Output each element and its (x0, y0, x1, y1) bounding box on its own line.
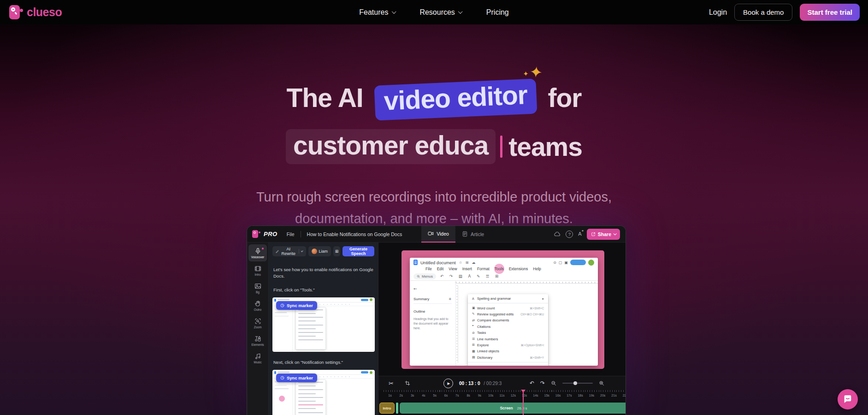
ruler-tick-label: 19s (589, 394, 594, 397)
voice-select-button[interactable]: Liam (308, 246, 331, 256)
sync-thumbnail-2[interactable]: Sync marker (272, 370, 375, 415)
ruler-tick-label: 5s (433, 394, 436, 397)
docs-menu-insert[interactable]: Insert (462, 267, 472, 271)
ruler-tick-label: 21s (611, 394, 616, 397)
nav-item-features[interactable]: Features (359, 8, 395, 17)
timecode: 00 : 13 : 0 / 00:29:3 (459, 381, 502, 386)
sidebar-item-voiceover[interactable]: Voiceover (248, 244, 267, 261)
menu-item-citations[interactable]: ❞Citations (468, 324, 548, 330)
help-icon[interactable]: ? (566, 231, 573, 238)
nav-item-resources[interactable]: Resources (419, 8, 461, 17)
language-settings-button[interactable]: ⊞ (333, 246, 340, 256)
docs-menu-tools[interactable]: Tools (495, 267, 504, 271)
docs-menu-format[interactable]: Format (477, 267, 490, 271)
script-paragraph[interactable]: First, click on "Tools." (273, 287, 373, 293)
menu-item-line-numbers[interactable]: ☰Line numbers (468, 336, 548, 342)
redo-icon[interactable]: ↷ (540, 380, 545, 386)
ruler-tick-label: 1s (388, 394, 391, 397)
menu-item-word-count[interactable]: ▣Word count⌘+Shift+C (468, 305, 548, 311)
menu-item-spelling-and-grammar[interactable]: ASpelling and grammar▸ (468, 296, 548, 302)
docs-left-panel: ← Summary + Outline Headings that you ad… (410, 281, 456, 366)
preview-column: Untitled document ☆ ⊞ ☁ ⊙ ▢ ▣ FileEditVi… (378, 243, 626, 415)
ruler-tick-label: 8s (466, 394, 470, 397)
timeline-zoom-slider[interactable] (562, 383, 593, 384)
timeline: 1s2s3s4s5s6s7s8s9s10s11s12s13s14s15s16s1… (378, 390, 626, 415)
file-menu[interactable]: File (287, 231, 295, 237)
sidebar-item-music[interactable]: Music (248, 350, 267, 367)
slider-knob[interactable] (573, 381, 577, 385)
docs-menu-edit[interactable]: Edit (437, 267, 444, 271)
nav-item-pricing[interactable]: Pricing (486, 8, 509, 17)
docs-menu-file[interactable]: File (425, 267, 432, 271)
clock-icon (280, 376, 284, 380)
nav-links: Features Resources Pricing (359, 8, 509, 17)
sidebar-item-zoom[interactable]: Zoom (248, 314, 267, 332)
script-paragraph[interactable]: Next, click on "Notification settings." (273, 359, 373, 366)
docs-menubar: FileEditViewInsertFormatToolsExtensionsH… (410, 266, 598, 272)
translate-icon[interactable]: A✦ (578, 231, 582, 237)
sync-marker-badge[interactable]: Sync marker (276, 374, 317, 382)
menu-item-review-suggested-edits[interactable]: ✎Review suggested editsCtrl+⌘O Ctrl+⌘U (468, 311, 548, 317)
book-demo-button[interactable]: Book a demo (734, 4, 792, 21)
clip-intro[interactable]: Intro (379, 403, 395, 414)
outline-helper-text: Headings that you add to the document wi… (413, 317, 452, 331)
timeline-ruler[interactable]: 1s2s3s4s5s6s7s8s9s10s11s12s13s14s15s16s1… (378, 390, 626, 402)
menu-item-compare-documents[interactable]: ⇄Compare documents (468, 317, 548, 323)
docs-menu-help[interactable]: Help (533, 267, 541, 271)
ruler-tick-label: 3s (411, 394, 414, 397)
music-icon (254, 353, 261, 360)
sync-thumbnail-1[interactable]: Sync marker (272, 297, 375, 352)
ruler-tick-label: 4s (422, 394, 425, 397)
typed-text: customer educa (286, 129, 496, 164)
docs-menu-extensions[interactable]: Extensions (509, 267, 528, 271)
article-doc-icon (462, 231, 468, 237)
nav-actions: Login Book a demo Start free trial (709, 4, 868, 21)
video-preview-stage: Untitled document ☆ ⊞ ☁ ⊙ ▢ ▣ FileEditVi… (378, 243, 626, 376)
script-paragraph[interactable]: Let's see how you to enable notification… (273, 267, 373, 280)
zoom-out-icon[interactable] (551, 380, 556, 386)
menu-item-translate-document[interactable]: ⊕Translate document (468, 364, 548, 366)
clip-screen[interactable]: Screen 26.3 s (400, 403, 626, 414)
sync-marker-badge[interactable]: Sync marker (276, 301, 317, 310)
submenu-arrow-icon: ▸ (542, 297, 544, 301)
cloud-sync-icon[interactable] (554, 231, 561, 237)
tab-article[interactable]: Article (455, 226, 490, 243)
ruler-tick-label: 10s (488, 394, 493, 397)
menu-item-explore[interactable]: ⊞Explore⌘+Option+Shift+I (468, 342, 548, 348)
menu-shortcut: Ctrl+⌘O Ctrl+⌘U (520, 313, 544, 316)
sidebar-item-intro[interactable]: Intro (248, 262, 267, 279)
menu-separator (468, 362, 548, 362)
citations-icon: ❞ (472, 325, 477, 328)
zoom-in-icon[interactable] (599, 380, 604, 386)
pencil-icon (276, 249, 279, 254)
tab-video[interactable]: Video (421, 226, 455, 243)
menu-item-linked-objects[interactable]: ▦Linked objects (468, 348, 548, 354)
review-edits-icon: ✎ (472, 312, 477, 316)
sidebar-item-bg[interactable]: Bg (248, 279, 267, 296)
project-title[interactable]: How to Enable Notifications on Google Do… (307, 231, 402, 237)
start-free-trial-button[interactable]: Start free trial (800, 4, 860, 21)
ai-rewrite-button[interactable]: AI Rewrite (272, 246, 306, 256)
playhead[interactable] (523, 390, 524, 415)
tasks-icon: ⊘ (472, 331, 477, 335)
sidebar-item-elements[interactable]: Elements (248, 332, 267, 349)
docs-menu-view[interactable]: View (449, 267, 457, 271)
crop-icon[interactable] (405, 380, 410, 386)
login-link[interactable]: Login (709, 8, 727, 17)
spellcheck-icon: A (472, 297, 477, 301)
cut-icon[interactable]: ✂ (389, 380, 394, 387)
tools-dropdown-menu: ASpelling and grammar▸▣Word count⌘+Shift… (468, 294, 548, 366)
play-button[interactable]: ▶ (443, 379, 453, 388)
generate-speech-button[interactable]: Generate Speech (342, 246, 374, 256)
topbar-actions: ? A✦ Share (554, 229, 626, 240)
undo-icon[interactable]: ↶ (530, 380, 534, 386)
menu-item-dictionary[interactable]: ▤Dictionary⌘+Shift+Y (468, 355, 548, 361)
share-button[interactable]: Share (587, 229, 620, 240)
clip-transition[interactable] (396, 403, 398, 414)
chat-widget-button[interactable] (838, 389, 858, 409)
export-icon (591, 232, 596, 237)
sparkle-icon: ✦ (522, 70, 528, 78)
menu-item-tasks[interactable]: ⊘Tasks (468, 330, 548, 336)
clueso-logo[interactable]: clueso (9, 4, 62, 21)
sidebar-item-outro[interactable]: Outro (248, 297, 267, 314)
